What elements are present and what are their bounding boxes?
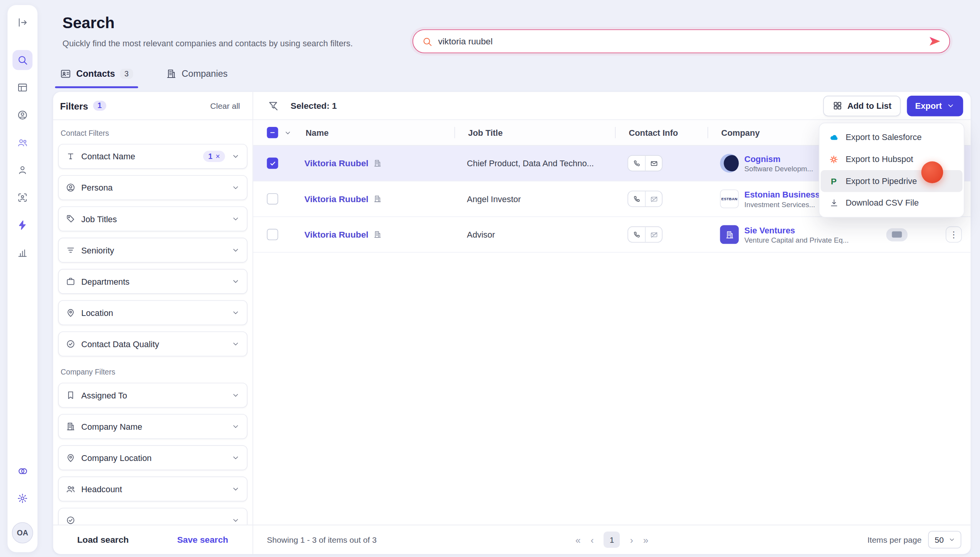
mail-crossed-icon — [650, 195, 658, 203]
users-icon — [17, 137, 28, 148]
tab-contacts-label: Contacts — [76, 69, 115, 79]
phone-button[interactable] — [628, 227, 645, 242]
company-icon[interactable] — [374, 194, 382, 203]
menu-item-export-salesforce[interactable]: Export to Salesforce — [821, 126, 963, 148]
sidebar-item-contacts[interactable] — [12, 105, 32, 125]
filter-item-seniority[interactable]: Seniority — [58, 238, 248, 263]
collapse-sidebar-button[interactable] — [12, 12, 32, 32]
contact-name-link[interactable]: Viktoria Ruubel — [305, 158, 369, 168]
chevron-down-icon — [231, 339, 240, 348]
tab-companies[interactable]: Companies — [160, 66, 232, 88]
chevron-down-icon — [231, 391, 240, 400]
results-summary: Showing 1 - 3 of items out of 3 — [267, 535, 377, 544]
tag-icon — [66, 214, 76, 224]
contact-name-link[interactable]: Viktoria Ruubel — [305, 194, 369, 204]
row-checkbox[interactable] — [267, 229, 278, 240]
sidebar-item-integrations[interactable] — [12, 461, 32, 481]
company-link[interactable]: Estonian Business — [744, 190, 820, 199]
filter-item-persona[interactable]: Persona — [58, 175, 248, 200]
sidebar-item-intent[interactable] — [12, 215, 32, 235]
filter-item-partial[interactable] — [58, 508, 248, 525]
contact-info-buttons — [628, 226, 663, 243]
row-checkbox[interactable] — [267, 158, 278, 169]
first-page-button[interactable]: « — [576, 535, 581, 544]
company-link[interactable]: Sie Ventures — [744, 225, 849, 235]
chevron-down-icon — [231, 453, 240, 462]
pagination: « ‹ 1 › » — [576, 532, 648, 548]
contact-info-buttons — [628, 191, 663, 207]
page-number[interactable]: 1 — [604, 532, 620, 548]
row-checkbox[interactable] — [267, 193, 278, 204]
sidebar-item-lists[interactable] — [12, 78, 32, 98]
contact-name-link[interactable]: Viktoria Ruubel — [305, 230, 369, 240]
filter-item-assigned-to[interactable]: Assigned To — [58, 383, 248, 408]
filters-title: Filters — [60, 100, 88, 111]
menu-item-download-csv[interactable]: Download CSV File — [821, 192, 963, 214]
phone-button[interactable] — [628, 191, 645, 206]
user-avatar[interactable]: OA — [12, 522, 33, 543]
email-unavailable-button[interactable] — [645, 227, 662, 242]
sidebar-item-people[interactable] — [12, 133, 32, 153]
email-unavailable-button[interactable] — [645, 191, 662, 206]
text-icon — [66, 151, 76, 161]
prev-page-button[interactable]: ‹ — [591, 535, 594, 544]
company-industry: Investment Services... — [744, 201, 820, 208]
load-search-button[interactable]: Load search — [77, 535, 129, 545]
filter-item-company-name[interactable]: Company Name — [58, 414, 248, 439]
sidebar-item-profile[interactable] — [12, 160, 32, 180]
user-icon — [17, 164, 28, 176]
export-button[interactable]: Export — [907, 95, 963, 116]
chevron-down-icon — [231, 277, 240, 286]
select-all-checkbox[interactable] — [267, 127, 278, 138]
remove-filter-icon[interactable]: × — [216, 152, 220, 161]
phone-button[interactable] — [628, 156, 645, 171]
next-page-button[interactable]: › — [630, 535, 633, 544]
add-to-list-button[interactable]: Add to List — [823, 95, 901, 116]
column-header-name[interactable]: Name — [305, 128, 467, 137]
filter-item-job-titles[interactable]: Job Titles — [58, 206, 248, 231]
column-header-job-title[interactable]: Job Title — [467, 128, 628, 137]
filters-count-badge: 1 — [93, 101, 106, 111]
last-page-button[interactable]: » — [643, 535, 648, 544]
card-icon — [892, 231, 902, 238]
sidebar-item-analytics[interactable] — [12, 243, 32, 263]
user-circle-icon — [17, 110, 28, 121]
filter-item-company-location[interactable]: Company Location — [58, 445, 248, 470]
items-per-page-label: Items per page — [867, 535, 922, 544]
levels-icon — [66, 245, 76, 255]
filter-item-location[interactable]: Location — [58, 300, 248, 325]
items-per-page-select[interactable]: 50 — [928, 531, 961, 548]
sidebar-item-enrich[interactable] — [12, 187, 32, 208]
search-input[interactable] — [438, 36, 928, 46]
bulk-select-chevron-icon[interactable] — [284, 128, 292, 137]
bolt-icon — [17, 219, 28, 231]
filters-panel: Contact Filters Contact Name 1 × Persona — [53, 120, 253, 525]
send-icon — [928, 34, 942, 48]
hubspot-sprocket-icon — [828, 154, 839, 164]
tabs: Contacts 3 Companies — [55, 66, 233, 88]
filter-item-headcount[interactable]: Headcount — [58, 476, 248, 501]
list-tag-button[interactable] — [886, 228, 908, 241]
company-industry: Venture Capital and Private Eq... — [744, 236, 849, 243]
save-search-button[interactable]: Save search — [177, 535, 228, 545]
company-link[interactable]: Cognism — [744, 154, 813, 164]
clear-filter-icon[interactable] — [268, 100, 279, 111]
chevron-down-icon — [231, 516, 240, 525]
filter-item-contact-name[interactable]: Contact Name 1 × — [58, 144, 248, 169]
sidebar-item-search[interactable] — [12, 50, 32, 70]
sidebar: OA — [7, 5, 37, 552]
company-icon[interactable] — [374, 230, 382, 239]
sidebar-item-settings[interactable] — [12, 488, 32, 508]
filter-item-departments[interactable]: Departments — [58, 269, 248, 294]
tab-contacts[interactable]: Contacts 3 — [55, 66, 138, 88]
row-menu-button[interactable]: ⋮ — [946, 226, 962, 243]
job-title-cell: Advisor — [467, 230, 628, 239]
clear-all-button[interactable]: Clear all — [210, 101, 240, 110]
submit-search-button[interactable] — [928, 34, 942, 48]
filter-item-contact-data-quality[interactable]: Contact Data Quality — [58, 331, 248, 356]
chevron-down-icon — [231, 214, 240, 223]
company-icon[interactable] — [374, 159, 382, 168]
main-content: Search Quickly find the most relevant co… — [47, 0, 980, 557]
column-header-contact-info[interactable]: Contact Info — [628, 128, 720, 137]
email-button[interactable] — [645, 156, 662, 171]
